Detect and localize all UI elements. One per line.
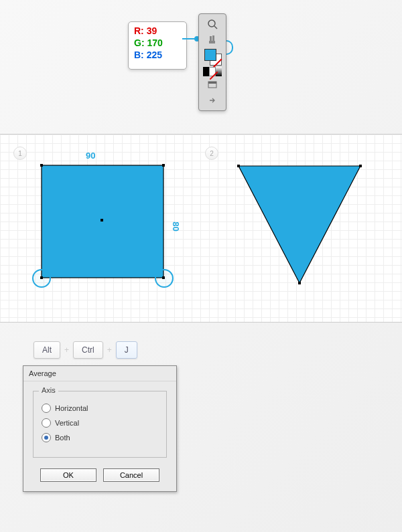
svg-point-0 xyxy=(208,20,215,27)
square-shape[interactable] xyxy=(40,164,174,299)
svg-marker-8 xyxy=(239,166,360,283)
hand-tool[interactable] xyxy=(203,32,222,47)
axis-legend: Axis xyxy=(39,386,58,394)
plus-icon: + xyxy=(64,345,69,355)
key-j: J xyxy=(116,341,137,359)
radio-vertical[interactable]: Vertical xyxy=(42,418,158,428)
ok-button[interactable]: OK xyxy=(40,468,96,482)
top-region: R: 39 G: 170 B: 225 xyxy=(0,0,402,130)
dialog-body: Axis Horizontal Vertical Both OK Cancel xyxy=(23,381,176,491)
radio-label: Horizontal xyxy=(55,404,88,412)
dialog-buttons: OK Cancel xyxy=(33,468,167,482)
artboard-grid: 1 2 90 80 xyxy=(0,134,402,323)
radio-button-icon xyxy=(42,433,51,442)
selection-ring-br xyxy=(155,269,174,288)
shortcut-keys: Alt + Ctrl + J xyxy=(34,341,402,359)
average-dialog: Average Axis Horizontal Vertical Both OK… xyxy=(23,365,177,492)
radio-horizontal[interactable]: Horizontal xyxy=(42,404,158,413)
axis-fieldset: Axis Horizontal Vertical Both xyxy=(33,391,167,458)
palette-expand-icon[interactable] xyxy=(203,93,222,108)
tooltip-connector xyxy=(182,38,196,39)
zoom-tool[interactable] xyxy=(203,17,222,31)
svg-rect-6 xyxy=(208,82,216,84)
step-badge-2: 2 xyxy=(205,147,218,160)
color-mode-solid[interactable] xyxy=(203,67,209,76)
triangle-shape[interactable] xyxy=(237,164,371,292)
radio-both[interactable]: Both xyxy=(42,433,158,442)
svg-rect-7 xyxy=(42,165,163,278)
color-mode-row[interactable] xyxy=(203,67,222,76)
cancel-button[interactable]: Cancel xyxy=(103,468,159,482)
anchor-tl[interactable] xyxy=(237,165,240,167)
anchor-bottom[interactable] xyxy=(298,282,301,284)
dialog-title: Average xyxy=(23,366,176,381)
key-alt: Alt xyxy=(34,341,60,359)
tool-palette xyxy=(198,13,226,111)
anchor-tr[interactable] xyxy=(162,164,165,167)
width-dimension: 90 xyxy=(86,151,95,161)
radio-button-icon xyxy=(42,404,51,413)
radio-label: Vertical xyxy=(55,419,79,427)
screen-mode-tool[interactable] xyxy=(203,78,222,92)
selection-ring-bl xyxy=(32,269,51,288)
fill-stroke-selector[interactable] xyxy=(203,48,222,66)
rgb-r: R: 39 xyxy=(134,25,181,37)
radio-label: Both xyxy=(55,434,70,442)
svg-line-1 xyxy=(214,26,217,29)
anchor-center[interactable] xyxy=(100,219,103,221)
bottom-region: Alt + Ctrl + J Average Axis Horizontal V… xyxy=(0,332,402,492)
color-mode-none[interactable] xyxy=(209,67,216,76)
rgb-b: B: 225 xyxy=(134,49,181,61)
anchor-tr[interactable] xyxy=(359,165,362,167)
key-ctrl: Ctrl xyxy=(73,341,103,359)
svg-rect-4 xyxy=(209,41,215,43)
anchor-tl[interactable] xyxy=(40,164,43,167)
step-badge-1: 1 xyxy=(13,147,27,160)
rgb-g: G: 170 xyxy=(134,37,181,49)
radio-button-icon xyxy=(42,418,51,428)
fill-swatch[interactable] xyxy=(204,49,216,61)
rgb-tooltip: R: 39 G: 170 B: 225 xyxy=(128,21,187,70)
plus-icon: + xyxy=(107,345,112,355)
